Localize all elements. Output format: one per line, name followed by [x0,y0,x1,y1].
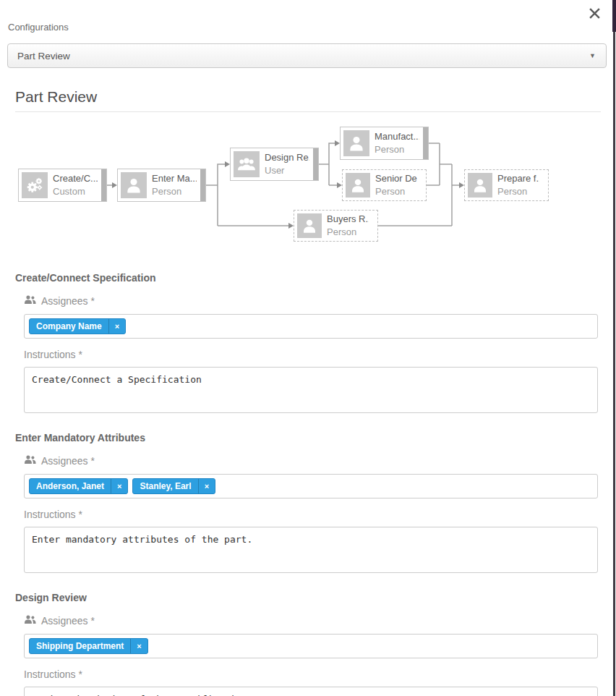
section-enter-mandatory: Enter Mandatory Attributes Assignees * A… [15,432,598,573]
node-type: Person [327,226,369,239]
remove-tag-icon[interactable]: × [108,319,125,334]
section-create-connect: Create/Connect Specification Assignees *… [15,272,598,413]
instructions-label: Instructions * [24,509,598,521]
node-label: Design Re... [265,151,309,164]
assignee-tag: Company Name × [29,318,126,334]
node-label: Create/C... [53,172,98,185]
instructions-textarea[interactable]: Enter mandatory attributes of the part. [24,527,598,573]
section-heading: Create/Connect Specification [15,272,598,284]
person-icon [343,130,369,156]
workflow-diagram: Create/C... Custom Enter Ma... Person [0,112,616,248]
remove-tag-icon[interactable]: × [111,479,127,493]
configuration-select-value: Part Review [17,51,70,61]
node-type: User [265,164,309,177]
close-button[interactable] [587,7,602,22]
assignees-label: Assignees * [24,454,598,467]
page-title: Part Review [15,88,601,106]
node-label: Enter Ma... [152,172,197,185]
instructions-textarea[interactable]: Review the design of the Specification. [24,687,598,696]
instructions-label: Instructions * [24,669,598,681]
person-icon [297,213,322,238]
remove-tag-icon[interactable]: × [198,479,215,493]
node-type: Person [152,185,197,198]
person-icon [468,173,492,198]
chevron-down-icon: ▼ [589,52,596,59]
workflow-node-design-review[interactable]: Design Re... User [230,148,319,181]
node-right-bar [313,148,318,180]
node-type: Custom [53,185,98,198]
workflow-node-senior-designer[interactable]: Senior De... Person [342,169,427,201]
section-heading: Design Review [15,592,598,604]
instructions-label: Instructions * [24,349,598,361]
assignees-label: Assignees * [24,294,598,307]
node-right-bar [101,169,106,201]
users-icon [24,614,36,627]
node-label: Buyers R... [327,213,369,226]
assignees-input[interactable]: Company Name × [24,314,598,339]
gears-icon [22,172,48,198]
instructions-textarea[interactable]: Create/Connect a Specification [24,367,598,413]
node-type: Person [375,185,417,198]
assignee-tag: Anderson, Janet × [29,478,128,494]
node-label: Prepare f... [497,172,539,185]
assignee-tag: Stanley, Earl × [132,478,215,494]
assignees-input[interactable]: Shipping Department × [24,634,598,658]
assignees-input[interactable]: Anderson, Janet × Stanley, Earl × [24,474,598,498]
node-right-bar [200,169,205,201]
section-heading: Enter Mandatory Attributes [15,432,598,444]
node-label: Senior De... [375,172,417,185]
node-label: Manufact... [375,130,419,143]
workflow-node-buyers-review[interactable]: Buyers R... Person [294,210,378,242]
configurations-label: Configurations [8,22,616,33]
person-icon [346,173,370,198]
node-right-bar [423,127,428,159]
remove-tag-icon[interactable]: × [130,639,147,653]
node-type: Person [375,143,419,156]
workflow-node-prepare[interactable]: Prepare f... Person [464,169,549,201]
close-icon [589,11,601,22]
assignee-tag: Shipping Department × [29,638,148,654]
workflow-node-create-connect[interactable]: Create/C... Custom [18,169,107,202]
person-icon [121,172,147,198]
group-icon [234,151,260,177]
workflow-node-enter-mandatory[interactable]: Enter Ma... Person [117,169,206,202]
section-design-review: Design Review Assignees * Shipping Depar… [15,592,598,696]
right-edge-strip [613,0,615,696]
right-edge-header [612,0,616,32]
assignees-label: Assignees * [24,614,598,627]
users-icon [24,454,36,467]
configuration-select[interactable]: Part Review ▼ [7,43,607,68]
node-type: Person [497,185,539,198]
workflow-node-manufacturing[interactable]: Manufact... Person [340,127,429,160]
configurations-modal: Configurations Part Review ▼ Part Review [0,0,616,696]
users-icon [24,294,36,307]
